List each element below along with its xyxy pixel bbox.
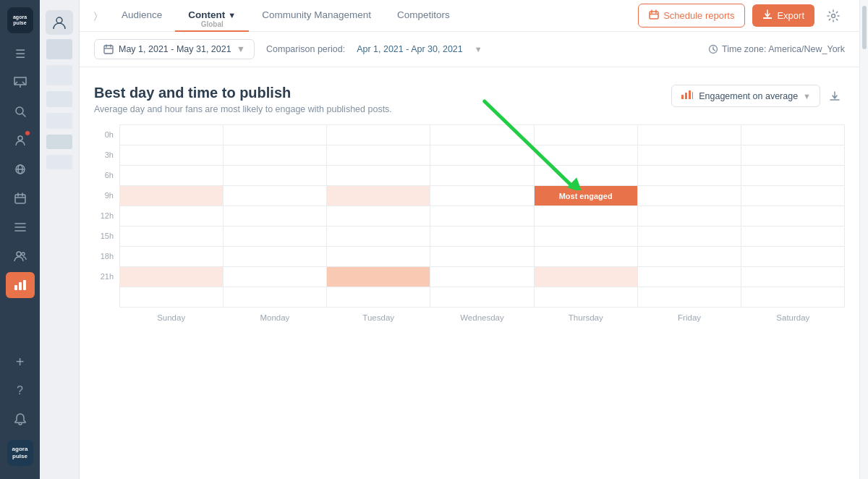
heatmap-cell-7-2 <box>327 267 430 287</box>
calendar-icon <box>103 44 114 54</box>
engagement-dropdown[interactable]: Engagement on average ▼ <box>671 85 820 107</box>
svg-point-2 <box>18 136 22 140</box>
heatmap-cell-7-3 <box>430 267 534 287</box>
tab-audience[interactable]: Audience <box>109 0 175 32</box>
panel-thumb-6 <box>46 155 72 169</box>
x-label-saturday: Saturday <box>741 313 845 322</box>
sidebar-logo-bottom: agorapulse <box>7 440 33 466</box>
date-range-picker[interactable]: May 1, 2021 - May 31, 2021 ▼ <box>94 39 255 59</box>
svg-line-1 <box>22 114 25 116</box>
svg-rect-19 <box>650 12 658 19</box>
heatmap-cell-3-1 <box>224 186 327 206</box>
download-chart-button[interactable] <box>825 86 845 106</box>
profile-icon[interactable] <box>6 127 35 153</box>
clock-icon <box>708 44 718 54</box>
heatmap-cell-8-1 <box>224 287 327 308</box>
heatmap-cell-2-3 <box>430 166 534 186</box>
schedule-icon <box>649 9 659 22</box>
logo: agorapulse <box>7 7 33 33</box>
team-icon[interactable] <box>6 243 35 269</box>
heatmap-cell-5-2 <box>327 226 430 247</box>
comparison-range[interactable]: Apr 1, 2021 - Apr 30, 2021 <box>357 44 463 54</box>
y-label-15h: 15h <box>94 226 119 246</box>
heatmap-cell-2-4 <box>535 166 638 186</box>
heatmap-cell-3-4: Most engaged <box>535 186 638 206</box>
help-icon[interactable]: ? <box>6 378 35 404</box>
heatmap-cell-2-1 <box>224 166 327 186</box>
export-icon <box>762 9 773 22</box>
nav-chevron-right[interactable]: 〉 <box>94 10 97 22</box>
schedule-reports-button[interactable]: Schedule reports <box>638 4 745 27</box>
heatmap-cell-3-0 <box>120 186 224 206</box>
y-label-12h: 12h <box>94 205 119 226</box>
heatmap-cell-6-0 <box>120 247 224 267</box>
inbox-icon[interactable] <box>6 69 35 96</box>
x-label-friday: Friday <box>637 313 741 322</box>
svg-point-23 <box>832 14 835 17</box>
tab-community[interactable]: Community Management <box>249 0 384 32</box>
heatmap-cell-4-1 <box>224 206 327 226</box>
globe-icon[interactable] <box>6 156 35 182</box>
engagement-chevron-icon: ▼ <box>803 92 811 101</box>
chart-area: Best day and time to publish Average day… <box>80 67 859 479</box>
x-axis-labels: SundayMondayTuesdayWednesdayThursdayFrid… <box>119 313 845 322</box>
heatmap-cell-1-3 <box>430 145 534 166</box>
notification-icon[interactable] <box>6 407 35 433</box>
heatmap-cell-4-3 <box>430 206 534 226</box>
comparison-chevron: ▼ <box>475 45 482 54</box>
panel-thumb-4 <box>46 113 72 129</box>
search-icon[interactable] <box>6 98 35 124</box>
y-label-21h: 21h <box>94 266 119 287</box>
heatmap-cell-5-4 <box>535 226 638 247</box>
menu-icon[interactable]: ☰ <box>6 41 35 67</box>
heatmap-grid-area: Most engaged SundayMondayTuesdayWednesda… <box>119 124 845 322</box>
scrollbar[interactable] <box>859 0 868 479</box>
date-range-text: May 1, 2021 - May 31, 2021 <box>119 44 231 54</box>
panel-icon-profile[interactable] <box>46 10 73 35</box>
svg-point-14 <box>22 253 25 255</box>
tab-competitors[interactable]: Competitors <box>384 0 463 32</box>
heatmap-cell-5-0 <box>120 226 224 247</box>
list-icon[interactable] <box>6 214 35 240</box>
heatmap-cell-0-5 <box>638 125 741 145</box>
heatmap-cell-8-0 <box>120 287 224 308</box>
settings-button[interactable] <box>822 4 845 27</box>
heatmap-cell-8-4 <box>535 287 638 308</box>
tab-content[interactable]: Content ▼ Global <box>175 0 249 32</box>
add-icon[interactable]: + <box>6 349 35 375</box>
schedule-reports-label: Schedule reports <box>663 10 734 21</box>
heatmap-cell-1-4 <box>535 145 638 166</box>
export-button[interactable]: Export <box>752 4 814 27</box>
chart-header: Best day and time to publish Average day… <box>94 85 845 114</box>
engagement-chart-icon <box>681 90 694 102</box>
x-label-tuesday: Tuesday <box>327 313 430 322</box>
heatmap-cell-3-5 <box>638 186 741 206</box>
heatmap-cell-4-4 <box>535 206 638 226</box>
heatmap-cell-1-0 <box>120 145 224 166</box>
panel-thumb-1 <box>46 39 72 59</box>
heatmap-cell-6-1 <box>224 247 327 267</box>
heatmap-cell-1-6 <box>741 145 845 166</box>
y-label-0h: 0h <box>94 124 119 145</box>
heatmap-cell-0-2 <box>327 125 430 145</box>
chart-controls: Engagement on average ▼ <box>671 85 845 107</box>
y-axis-labels: 0h3h6h9h12h15h18h21h <box>94 124 119 322</box>
sidebar: agorapulse ☰ + ? agorapulse <box>0 0 40 479</box>
y-label-3h: 3h <box>94 145 119 165</box>
date-chevron-icon: ▼ <box>237 44 245 54</box>
heatmap-cell-0-3 <box>430 125 534 145</box>
calendar-icon[interactable] <box>6 185 35 211</box>
scrollbar-thumb[interactable] <box>862 6 867 49</box>
heatmap-cell-6-3 <box>430 247 534 267</box>
x-label-sunday: Sunday <box>119 313 223 322</box>
heatmap-cell-4-5 <box>638 206 741 226</box>
heatmap-cell-4-0 <box>120 206 224 226</box>
heatmap-cell-6-2 <box>327 247 430 267</box>
svg-rect-6 <box>15 195 25 203</box>
analytics-icon[interactable] <box>6 272 35 298</box>
chart-titles: Best day and time to publish Average day… <box>94 85 392 114</box>
svg-rect-24 <box>104 46 113 54</box>
heatmap-cell-5-3 <box>430 226 534 247</box>
svg-rect-16 <box>19 282 22 290</box>
heatmap-cell-1-5 <box>638 145 741 166</box>
